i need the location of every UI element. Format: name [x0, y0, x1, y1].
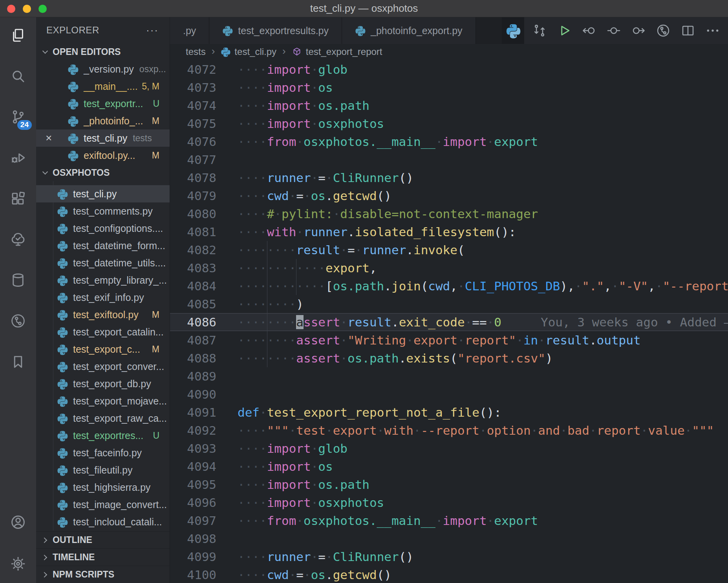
line-number[interactable]: 4075 [170, 115, 216, 133]
activity-run-and-debug-button[interactable] [10, 149, 26, 166]
tree-item[interactable]: test_image_convert... [36, 496, 170, 513]
line-number[interactable]: 4098 [170, 530, 216, 548]
explorer-more-actions-icon[interactable]: ··· [146, 24, 159, 36]
tree-item[interactable]: test_datetime_form... [36, 237, 170, 254]
tree-item[interactable]: test_cli.py [36, 185, 170, 202]
activity-source-control-button[interactable]: 24 [10, 109, 26, 125]
tab--photoinfo-export-py[interactable]: _photoinfo_export.py [342, 17, 476, 44]
line-number[interactable]: 4091 [170, 403, 216, 421]
activity-gitlens-button[interactable] [10, 313, 26, 329]
activity-testing-button[interactable] [10, 231, 26, 248]
tree-item[interactable]: test_export_c...M [36, 341, 170, 358]
tree-item[interactable]: test_highsierra.py [36, 479, 170, 496]
outline-section-header[interactable]: OUTLINE [36, 531, 170, 548]
breadcrumb-item-tests[interactable]: tests [186, 46, 206, 57]
open-editor-item[interactable]: exiftool.py...M [36, 147, 170, 164]
activity-settings-button[interactable] [10, 556, 26, 572]
code-line[interactable]: 4090 [170, 385, 728, 403]
line-number[interactable]: 4074 [170, 97, 216, 115]
code-line[interactable]: 4086········assert·result.exit_code·==·0… [170, 313, 728, 331]
code-line[interactable]: 4098 [170, 530, 728, 548]
line-number[interactable]: 4095 [170, 476, 216, 494]
code-line[interactable]: 4087········assert·"Writing·export·repor… [170, 331, 728, 349]
line-number[interactable]: 4080 [170, 205, 216, 223]
code-line[interactable]: 4080····#·pylint:·disable=not-context-ma… [170, 205, 728, 223]
line-number[interactable]: 4088 [170, 349, 216, 367]
code-line[interactable]: 4085········) [170, 295, 728, 313]
code-line[interactable]: 4079····cwd·=·os.getcwd() [170, 187, 728, 205]
open-editor-item[interactable]: test_exportr...U [36, 95, 170, 112]
line-number[interactable]: 4081 [170, 223, 216, 241]
tree-item[interactable]: test_empty_library_... [36, 271, 170, 289]
activity-database-button[interactable] [10, 272, 26, 288]
code-line[interactable]: 4097····from·osxphotos.__main__·import·e… [170, 512, 728, 530]
step-back-button[interactable] [582, 23, 596, 38]
code-line[interactable]: 4100····cwd·=·os.getcwd() [170, 566, 728, 583]
code-line[interactable]: 4075····import·osxphotos [170, 115, 728, 133]
tree-item[interactable]: test_comments.py [36, 202, 170, 220]
tree-item[interactable]: test_faceinfo.py [36, 444, 170, 461]
minimize-window-button[interactable] [23, 5, 31, 13]
code-line[interactable]: 4084············[os.path.join(cwd,·CLI_P… [170, 277, 728, 295]
maximize-window-button[interactable] [38, 5, 47, 13]
close-window-button[interactable] [7, 5, 15, 13]
npm-scripts-section-header[interactable]: NPM SCRIPTS [36, 566, 170, 583]
code-line[interactable]: 4093····import·glob [170, 439, 728, 457]
more-actions-button[interactable] [705, 23, 720, 38]
line-number[interactable]: 4099 [170, 548, 216, 566]
open-editor-item[interactable]: _photoinfo_...M [36, 112, 170, 129]
code-line[interactable]: 4072····import·glob [170, 60, 728, 78]
line-number[interactable]: 4089 [170, 367, 216, 385]
code-line[interactable]: 4088········assert·os.path.exists("repor… [170, 349, 728, 367]
open-editor-item[interactable]: __main__....5, M [36, 78, 170, 95]
tree-item[interactable]: test_export_raw_ca... [36, 410, 170, 427]
activity-bookmarks-button[interactable] [10, 353, 26, 370]
line-number[interactable]: 4076 [170, 133, 216, 151]
line-number[interactable]: 4082 [170, 241, 216, 259]
code-line[interactable]: 4081····with·runner.isolated_filesystem(… [170, 223, 728, 241]
close-icon[interactable]: × [46, 133, 52, 144]
code-line[interactable]: 4095····import·os.path [170, 476, 728, 494]
activity-accounts-button[interactable] [10, 514, 26, 530]
line-number[interactable]: 4073 [170, 78, 216, 97]
code-line[interactable]: 4094····import·os [170, 457, 728, 476]
breadcrumb-item-file[interactable]: test_cli.py [221, 46, 276, 57]
circle-dash-button[interactable] [606, 23, 621, 38]
split-editor-button[interactable] [680, 23, 695, 38]
code-line[interactable]: 4078····runner·=·CliRunner() [170, 169, 728, 187]
tree-item[interactable]: test_exiftool.pyM [36, 306, 170, 323]
code-line[interactable]: 4096····import·osxphotos [170, 494, 728, 512]
line-number[interactable]: 4096 [170, 494, 216, 512]
continue-forward-button[interactable] [631, 23, 646, 38]
line-number[interactable]: 4077 [170, 151, 216, 169]
line-number[interactable]: 4097 [170, 512, 216, 530]
code-line[interactable]: 4092····"""·test·export·with·--report·op… [170, 421, 728, 439]
tab--py[interactable]: .py [170, 17, 209, 44]
compare-changes-button[interactable] [532, 23, 547, 38]
activity-search-button[interactable] [10, 68, 26, 84]
open-editor-item[interactable]: _version.pyosxp... [36, 60, 170, 78]
code-line[interactable]: 4073····import·os [170, 78, 728, 97]
line-number[interactable]: 4084 [170, 277, 216, 295]
tree-item[interactable]: test_export_catalin... [36, 323, 170, 341]
tree-item[interactable]: test_export_db.py [36, 375, 170, 392]
code-line[interactable]: 4091def·test_export_report_not_a_file(): [170, 403, 728, 421]
code-line[interactable]: 4077 [170, 151, 728, 169]
line-number[interactable]: 4079 [170, 187, 216, 205]
code-line[interactable]: 4074····import·os.path [170, 97, 728, 115]
code-line[interactable]: 4082········result·=·runner.invoke( [170, 241, 728, 259]
code-line[interactable]: 4099····runner·=·CliRunner() [170, 548, 728, 566]
line-number[interactable]: 4087 [170, 331, 216, 349]
tree-item[interactable]: test_fileutil.py [36, 461, 170, 479]
line-number[interactable]: 4072 [170, 60, 216, 78]
activity-extensions-button[interactable] [10, 190, 26, 207]
folder-section-header[interactable]: OSXPHOTOS [36, 164, 170, 181]
open-editor-item[interactable]: ×test_cli.pytests [36, 129, 170, 147]
tree-item[interactable]: test_exif_info.py [36, 289, 170, 306]
line-number[interactable]: 4083 [170, 259, 216, 277]
tree-item[interactable]: test_incloud_catali... [36, 513, 170, 530]
code-line[interactable]: 4076····from·osxphotos.__main__·import·e… [170, 133, 728, 151]
line-number[interactable]: 4100 [170, 566, 216, 583]
line-number[interactable]: 4078 [170, 169, 216, 187]
line-number[interactable]: 4093 [170, 439, 216, 457]
